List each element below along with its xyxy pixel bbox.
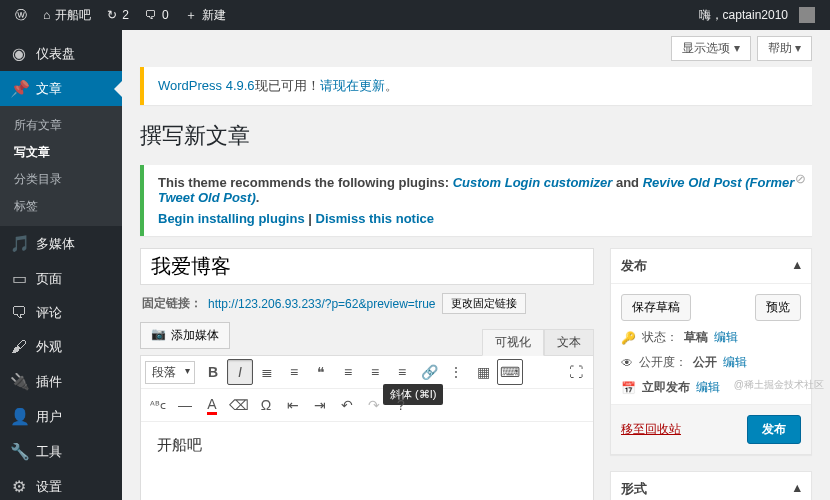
undo-button[interactable]: ↶	[334, 392, 360, 418]
format-box: 形式▴ 📌标准 📄日志 🖼相册 🔗链接	[610, 471, 812, 500]
keyboard-button[interactable]: ⌨	[497, 359, 523, 385]
updates-link[interactable]: ↻2	[100, 0, 136, 30]
edit-visibility-link[interactable]: 编辑	[723, 354, 747, 371]
add-media-button[interactable]: 📷添加媒体	[140, 322, 230, 349]
link-button[interactable]: 🔗	[416, 359, 442, 385]
outdent-button[interactable]: ⇤	[280, 392, 306, 418]
submenu-categories[interactable]: 分类目录	[0, 166, 122, 193]
submenu-tags[interactable]: 标签	[0, 193, 122, 220]
update-now-link[interactable]: 请现在更新	[320, 78, 385, 93]
plus-icon: ＋	[185, 7, 197, 24]
trash-link[interactable]: 移至回收站	[621, 421, 681, 438]
edit-schedule-link[interactable]: 编辑	[696, 379, 720, 396]
submenu-all-posts[interactable]: 所有文章	[0, 112, 122, 139]
wrench-icon: 🔧	[10, 442, 28, 461]
publish-heading[interactable]: 发布▴	[611, 249, 811, 284]
menu-tools[interactable]: 🔧工具	[0, 434, 122, 469]
indent-button[interactable]: ⇥	[307, 392, 333, 418]
strike-button[interactable]: ᴬᴮᴄ	[145, 392, 171, 418]
tab-text[interactable]: 文本	[544, 329, 594, 355]
toolbar-toggle-button[interactable]: ▦	[470, 359, 496, 385]
main-content: 显示选项 ▾ 帮助 ▾ WordPress 4.9.6现已可用！请现在更新。 撰…	[122, 30, 830, 500]
page-title: 撰写新文章	[140, 121, 812, 151]
format-heading[interactable]: 形式▴	[611, 472, 811, 500]
plugin-icon: 🔌	[10, 372, 28, 391]
bold-button[interactable]: B	[200, 359, 226, 385]
edit-status-link[interactable]: 编辑	[714, 329, 738, 346]
editor-toolbar-2: ᴬᴮᴄ — A ⌫ Ω ⇤ ⇥ ↶ ↷ ?	[141, 389, 593, 422]
comments-icon: 🗨	[10, 304, 28, 322]
dismiss-notice-link[interactable]: Dismiss this notice	[316, 211, 434, 226]
bullet-list-button[interactable]: ≣	[254, 359, 280, 385]
save-draft-button[interactable]: 保存草稿	[621, 294, 691, 321]
publish-box: 发布▴ 保存草稿 预览 🔑状态：草稿编辑 👁公开度：公开编辑 📅立即发布编辑 移…	[610, 248, 812, 455]
menu-posts[interactable]: 📌文章	[0, 71, 122, 106]
pin-icon: 📌	[10, 79, 28, 98]
site-link[interactable]: ⌂开船吧	[36, 0, 98, 30]
wp-logo[interactable]: ⓦ	[8, 0, 34, 30]
avatar-icon	[799, 7, 815, 23]
clear-button[interactable]: ⌫	[226, 392, 252, 418]
menu-appearance[interactable]: 🖌外观	[0, 330, 122, 364]
preview-button[interactable]: 预览	[755, 294, 801, 321]
align-center-button[interactable]: ≡	[362, 359, 388, 385]
editor-box: 段落 B I ≣ ≡ ❝ ≡ ≡ ≡ 🔗 ⋮ ▦ ⌨ ⛶ 斜体	[140, 355, 594, 500]
calendar-icon: 📅	[621, 381, 636, 395]
status-line: 🔑状态：草稿编辑	[621, 329, 801, 346]
dismiss-notice-icon[interactable]: ⊘	[795, 171, 806, 186]
home-icon: ⌂	[43, 8, 50, 22]
plugin-link-1[interactable]: Custom Login customizer	[453, 175, 613, 190]
comment-icon: 🗨	[145, 8, 157, 22]
account-link[interactable]: 嗨，captain2010	[692, 0, 822, 30]
key-icon: 🔑	[621, 331, 636, 345]
plugin-notice: ⊘ This theme recommends the following pl…	[140, 165, 812, 236]
editor-body[interactable]: 开船吧	[141, 422, 593, 500]
chevron-up-icon: ▴	[794, 480, 801, 498]
quote-button[interactable]: ❝	[308, 359, 334, 385]
update-notice: WordPress 4.9.6现已可用！请现在更新。	[140, 67, 812, 105]
screen-options-button[interactable]: 显示选项 ▾	[671, 36, 750, 61]
comments-link[interactable]: 🗨0	[138, 0, 176, 30]
camera-icon: 📷	[151, 327, 166, 344]
readmore-button[interactable]: ⋮	[443, 359, 469, 385]
help-icon-button[interactable]: ?	[388, 392, 414, 418]
editor-toolbar-1: 段落 B I ≣ ≡ ❝ ≡ ≡ ≡ 🔗 ⋮ ▦ ⌨ ⛶ 斜体	[141, 356, 593, 389]
post-title-input[interactable]	[140, 248, 594, 285]
page-icon: ▭	[10, 269, 28, 288]
change-permalink-button[interactable]: 更改固定链接	[442, 293, 526, 314]
italic-button[interactable]: I	[227, 359, 253, 385]
format-select[interactable]: 段落	[145, 361, 195, 384]
posts-submenu: 所有文章 写文章 分类目录 标签	[0, 106, 122, 226]
dashboard-icon: ◉	[10, 44, 28, 63]
redo-button[interactable]: ↷	[361, 392, 387, 418]
wp-version-link[interactable]: WordPress 4.9.6	[158, 78, 255, 93]
hr-button[interactable]: —	[172, 392, 198, 418]
permalink-url[interactable]: http://123.206.93.233/?p=62&preview=true	[208, 297, 436, 311]
menu-pages[interactable]: ▭页面	[0, 261, 122, 296]
specialchar-button[interactable]: Ω	[253, 392, 279, 418]
begin-install-link[interactable]: Begin installing plugins	[158, 211, 305, 226]
menu-dashboard[interactable]: ◉仪表盘	[0, 36, 122, 71]
visibility-line: 👁公开度：公开编辑	[621, 354, 801, 371]
align-left-button[interactable]: ≡	[335, 359, 361, 385]
refresh-icon: ↻	[107, 8, 117, 22]
media-icon: 🎵	[10, 234, 28, 253]
submenu-new-post[interactable]: 写文章	[0, 139, 122, 166]
permalink-row: 固定链接： http://123.206.93.233/?p=62&previe…	[140, 285, 594, 322]
menu-plugins[interactable]: 🔌插件	[0, 364, 122, 399]
new-content-link[interactable]: ＋新建	[178, 0, 233, 30]
align-right-button[interactable]: ≡	[389, 359, 415, 385]
eye-icon: 👁	[621, 356, 633, 370]
menu-media[interactable]: 🎵多媒体	[0, 226, 122, 261]
publish-button[interactable]: 发布	[747, 415, 801, 444]
menu-settings[interactable]: ⚙设置	[0, 469, 122, 500]
menu-comments[interactable]: 🗨评论	[0, 296, 122, 330]
tab-visual[interactable]: 可视化	[482, 329, 544, 356]
fullscreen-button[interactable]: ⛶	[563, 359, 589, 385]
number-list-button[interactable]: ≡	[281, 359, 307, 385]
sliders-icon: ⚙	[10, 477, 28, 496]
menu-users[interactable]: 👤用户	[0, 399, 122, 434]
help-button[interactable]: 帮助 ▾	[757, 36, 812, 61]
admin-toolbar: ⓦ ⌂开船吧 ↻2 🗨0 ＋新建 嗨，captain2010	[0, 0, 830, 30]
textcolor-button[interactable]: A	[199, 392, 225, 418]
